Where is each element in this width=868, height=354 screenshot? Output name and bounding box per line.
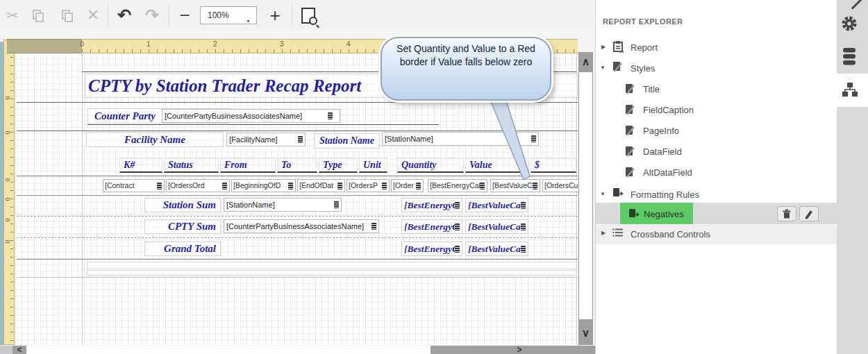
grand-total-caption[interactable]: Grand Total	[144, 242, 221, 256]
bound-field-icon	[521, 202, 526, 209]
detail-field-begin[interactable]: [BeginningOfD	[231, 179, 296, 192]
delete-rule-button[interactable]	[777, 206, 796, 221]
band-line	[17, 259, 578, 260]
bound-field-icon	[298, 136, 303, 143]
grand-total-value[interactable]: [BestValueCa	[465, 242, 528, 256]
v-ruler-zero: 0	[4, 178, 11, 181]
vertical-scroll-thumb[interactable]	[579, 72, 592, 319]
delete-icon[interactable]: ✕	[82, 5, 104, 26]
facility-field-text: [FacilityName]	[229, 135, 278, 144]
empty-band[interactable]	[87, 270, 577, 276]
style-icon	[625, 104, 636, 115]
column-header-type[interactable]: Type	[319, 158, 358, 173]
detail-field-currency[interactable]: [OrdersCurre	[542, 179, 578, 192]
station-sum-caption[interactable]: Station Sum	[144, 198, 221, 212]
zoom-select[interactable]: 100% ▼	[200, 6, 257, 24]
counter-party-field[interactable]: [CounterPartyBusinessAssociatesName]	[162, 109, 340, 123]
zoom-out-icon[interactable]: −	[174, 5, 196, 26]
ruler-number: 2	[213, 40, 217, 48]
expand-icon[interactable]: ▶	[601, 44, 606, 50]
tree-item-datafield-style[interactable]: DataField	[643, 146, 682, 157]
toolbar-separator	[108, 5, 108, 26]
band-line-dashed	[17, 237, 578, 238]
station-sum-value[interactable]: [BestValueCa	[465, 198, 528, 212]
style-icon	[625, 83, 636, 94]
tree-item-styles[interactable]: Styles	[631, 63, 655, 74]
undo-icon[interactable]: ↶	[113, 5, 135, 26]
ruler-number: 1	[147, 40, 151, 48]
copy-icon[interactable]	[26, 5, 49, 26]
column-header-currency[interactable]: $	[531, 158, 576, 173]
band-line-dashed	[17, 216, 578, 217]
expand-icon[interactable]: ▶	[601, 230, 606, 236]
tree-item-negatives[interactable]: Negatives	[644, 209, 684, 219]
cpty-sum-value[interactable]: [BestValueCa	[465, 219, 528, 234]
style-icon	[625, 167, 636, 178]
column-header-unit[interactable]: Unit	[359, 158, 387, 173]
detail-field-contract[interactable]: [Contract	[103, 179, 165, 192]
cpty-sum-energy[interactable]: [BestEnergyC	[401, 219, 462, 234]
database-icon[interactable]	[842, 47, 857, 67]
style-icon	[625, 146, 636, 157]
horizontal-ruler-margin	[7, 39, 82, 53]
toolbar: ✂ ✕ ↶ ↷ − 100% ▼ +	[0, 0, 595, 31]
cpty-sum-caption[interactable]: CPTY Sum	[144, 219, 221, 234]
bound-field-icon	[334, 201, 339, 208]
column-header-status[interactable]: Status	[164, 158, 219, 173]
settings-gear-icon[interactable]	[841, 15, 858, 32]
paste-pages-icon	[62, 10, 72, 21]
margin-guide-left	[82, 52, 83, 345]
callout-tail	[458, 96, 535, 185]
grand-total-energy[interactable]: [BestEnergyC	[401, 242, 462, 256]
column-header-to[interactable]: To	[277, 158, 317, 173]
horizontal-scroll-thumb[interactable]	[26, 346, 431, 354]
scroll-up-icon[interactable]: ∧	[578, 54, 593, 69]
ruler-number: 4	[347, 40, 351, 48]
v-ruler-zero: 0	[4, 130, 11, 134]
tree-item-pageinfo-style[interactable]: PageInfo	[643, 126, 679, 136]
empty-band[interactable]	[87, 262, 577, 269]
zoom-in-icon[interactable]: +	[264, 5, 286, 26]
paste-icon[interactable]	[56, 5, 78, 26]
redo-icon[interactable]: ↷	[141, 5, 163, 26]
scroll-down-icon[interactable]: ∨	[578, 325, 593, 342]
underline-rule	[87, 124, 439, 125]
collapse-icon[interactable]: ▼	[600, 65, 606, 71]
station-caption[interactable]: Station Name	[314, 133, 380, 149]
tree-item-report[interactable]: Report	[631, 42, 658, 53]
preview-icon[interactable]	[297, 5, 319, 26]
tree-item-crossband[interactable]: Crossband Controls	[631, 229, 710, 239]
scroll-right-icon[interactable]: >	[512, 346, 526, 354]
column-header-quantity[interactable]: Quantity	[397, 158, 464, 173]
tree-item-formatting-rules[interactable]: Formatting Rules	[631, 189, 699, 200]
tree-item-title-style[interactable]: Title	[643, 84, 660, 94]
bound-field-icon	[328, 112, 333, 119]
collapse-icon[interactable]: ▼	[600, 191, 606, 197]
counter-party-field-text: [CounterPartyBusinessAssociatesName]	[165, 112, 302, 120]
detail-field-order2[interactable]: [Order	[391, 179, 424, 192]
facility-caption[interactable]: Facility Name	[86, 132, 224, 147]
facility-field[interactable]: [FacilityName]	[226, 133, 306, 146]
detail-field-ordersp[interactable]: [OrdersP	[347, 179, 390, 192]
detail-field-end[interactable]: [EndOfDat	[297, 179, 345, 192]
callout-bubble: Set Quantity and Value to a Red border i…	[381, 37, 551, 101]
v-ruler-zero: 0	[4, 96, 11, 99]
v-ruler-zero: 0	[4, 218, 11, 221]
detail-field-order[interactable]: [OrdersOrd	[166, 179, 230, 192]
v-ruler-zero: 0	[4, 197, 11, 201]
station-sum-field[interactable]: [StationName]	[224, 198, 342, 212]
station-sum-energy[interactable]: [BestEnergyC	[401, 198, 462, 212]
cpty-sum-field[interactable]: [CounterPartyBusinessAssociatesName]	[224, 219, 379, 233]
scroll-left-icon[interactable]: <	[12, 346, 26, 354]
report-explorer-tree-icon[interactable]	[842, 82, 858, 98]
column-header-from[interactable]: From	[220, 158, 276, 173]
bound-field-icon	[455, 246, 460, 253]
bound-field-icon	[455, 202, 460, 209]
tree-item-fieldcaption-style[interactable]: FieldCaption	[643, 105, 694, 115]
facility-label: Facility Name	[124, 134, 185, 145]
tree-item-altdatafield-style[interactable]: AltDataField	[643, 167, 692, 178]
column-header-k[interactable]: K#	[119, 158, 162, 173]
vertical-ruler-ticks	[10, 40, 13, 344]
cut-icon[interactable]: ✂	[1, 5, 24, 26]
edit-rule-button[interactable]	[799, 206, 819, 221]
